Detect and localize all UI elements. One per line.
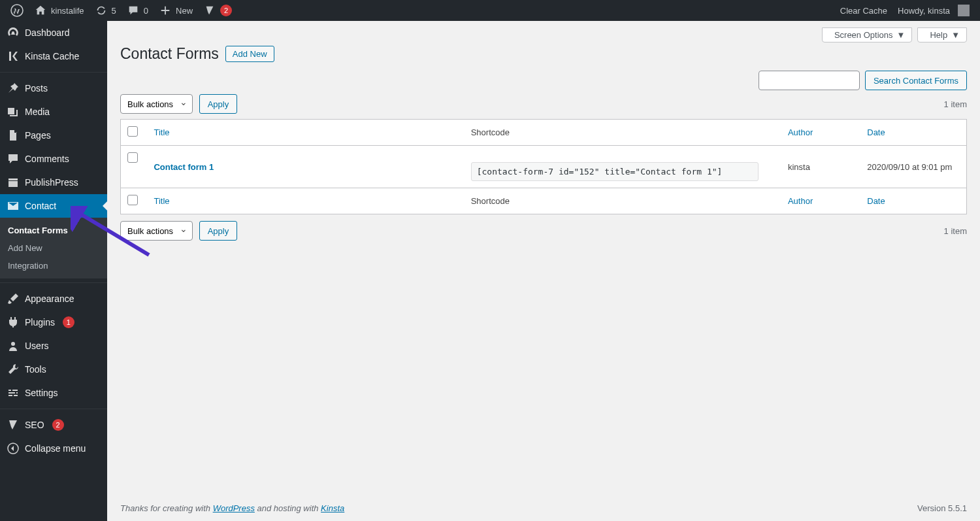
sidebar-posts[interactable]: Posts bbox=[0, 72, 107, 100]
sidebar-settings-label: Settings bbox=[25, 388, 58, 398]
sidebar-media-label: Media bbox=[25, 107, 50, 117]
page-icon bbox=[7, 129, 20, 142]
screen-options-label: Screen Options bbox=[834, 30, 893, 40]
wp-logo[interactable] bbox=[5, 0, 29, 21]
col-date-footer[interactable]: Date bbox=[867, 196, 885, 206]
help-button[interactable]: Help ▼ bbox=[917, 27, 967, 42]
search-input[interactable] bbox=[759, 71, 860, 90]
search-button[interactable]: Search Contact Forms bbox=[865, 71, 967, 90]
admin-sidebar: Dashboard Kinsta Cache Posts Media Pages… bbox=[0, 21, 107, 521]
add-new-button[interactable]: Add New bbox=[225, 46, 274, 62]
footer-wordpress-link[interactable]: WordPress bbox=[213, 503, 255, 513]
sidebar-dashboard[interactable]: Dashboard bbox=[0, 21, 107, 44]
row-date: 2020/09/10 at 9:01 pm bbox=[867, 162, 952, 172]
caret-down-icon: ▼ bbox=[951, 30, 960, 40]
calendar-icon bbox=[7, 176, 20, 189]
wordpress-icon bbox=[10, 4, 24, 17]
footer-kinsta-link[interactable]: Kinsta bbox=[321, 503, 344, 513]
sidebar-settings[interactable]: Settings bbox=[0, 381, 107, 405]
collapse-icon bbox=[7, 442, 20, 455]
sidebar-pages[interactable]: Pages bbox=[0, 124, 107, 147]
screen-options-button[interactable]: Screen Options ▼ bbox=[822, 27, 912, 42]
item-count-bottom: 1 item bbox=[944, 226, 967, 236]
comments-count: 0 bbox=[144, 6, 148, 16]
sidebar-pages-label: Pages bbox=[25, 130, 51, 141]
form-title-link[interactable]: Contact form 1 bbox=[154, 162, 214, 172]
col-title-footer[interactable]: Title bbox=[154, 196, 169, 206]
main-content: Screen Options ▼ Help ▼ Contact Forms Ad… bbox=[107, 21, 980, 521]
sidebar-dashboard-label: Dashboard bbox=[25, 27, 70, 38]
sidebar-sub-add-new[interactable]: Add New bbox=[0, 239, 107, 257]
pin-icon bbox=[7, 82, 20, 95]
yoast[interactable]: 2 bbox=[198, 0, 237, 21]
sidebar-seo[interactable]: SEO2 bbox=[0, 409, 107, 437]
sidebar-sub-contact-forms[interactable]: Contact Forms bbox=[0, 222, 107, 239]
sidebar-publishpress-label: PublishPress bbox=[25, 177, 78, 188]
sidebar-plugins-label: Plugins bbox=[25, 317, 55, 328]
sidebar-sub-integration[interactable]: Integration bbox=[0, 257, 107, 275]
sidebar-comments-label: Comments bbox=[25, 154, 69, 164]
yoast-icon bbox=[203, 4, 216, 17]
sidebar-comments[interactable]: Comments bbox=[0, 147, 107, 171]
media-icon bbox=[7, 105, 20, 118]
help-label: Help bbox=[930, 30, 947, 40]
apply-button-top[interactable]: Apply bbox=[199, 94, 238, 114]
clear-cache-label: Clear Cache bbox=[840, 6, 887, 16]
footer-text-pre: Thanks for creating with bbox=[120, 503, 213, 513]
sidebar-tools[interactable]: Tools bbox=[0, 358, 107, 381]
site-name[interactable]: kinstalife bbox=[29, 0, 90, 21]
col-author-footer[interactable]: Author bbox=[788, 196, 813, 206]
mail-icon bbox=[7, 199, 20, 212]
updates[interactable]: 5 bbox=[90, 0, 122, 21]
select-all-top[interactable] bbox=[127, 126, 138, 137]
new-content[interactable]: New bbox=[154, 0, 198, 21]
select-all-bottom[interactable] bbox=[127, 195, 138, 205]
comment-icon bbox=[127, 4, 140, 17]
col-shortcode-header: Shortcode bbox=[465, 120, 781, 146]
updates-count: 5 bbox=[112, 6, 116, 16]
sidebar-posts-label: Posts bbox=[25, 83, 48, 93]
comments[interactable]: 0 bbox=[122, 0, 154, 21]
col-author-header[interactable]: Author bbox=[788, 127, 813, 137]
sidebar-media[interactable]: Media bbox=[0, 100, 107, 124]
howdy-label: Howdy, kinsta bbox=[898, 6, 950, 16]
sidebar-collapse[interactable]: Collapse menu bbox=[0, 437, 107, 460]
bulk-actions-select-top[interactable]: Bulk actions bbox=[120, 94, 193, 114]
svg-point-1 bbox=[11, 342, 15, 346]
site-name-label: kinstalife bbox=[51, 6, 84, 16]
sidebar-seo-label: SEO bbox=[25, 420, 44, 430]
wrench-icon bbox=[7, 363, 20, 376]
sidebar-appearance[interactable]: Appearance bbox=[0, 282, 107, 311]
row-author: kinsta bbox=[788, 162, 810, 172]
home-icon bbox=[34, 4, 47, 17]
col-date-header[interactable]: Date bbox=[867, 127, 885, 137]
clear-cache[interactable]: Clear Cache bbox=[835, 0, 892, 21]
bulk-actions-select-bottom[interactable]: Bulk actions bbox=[120, 221, 193, 241]
sidebar-users[interactable]: Users bbox=[0, 334, 107, 358]
col-title-header[interactable]: Title bbox=[154, 127, 169, 137]
apply-button-bottom[interactable]: Apply bbox=[199, 221, 238, 241]
shortcode-field[interactable] bbox=[471, 162, 759, 181]
footer-version: Version 5.5.1 bbox=[917, 503, 967, 513]
brush-icon bbox=[7, 292, 20, 305]
admin-toolbar: kinstalife 5 0 New 2 Clear Cache Howdy, … bbox=[0, 0, 980, 21]
row-checkbox[interactable] bbox=[127, 152, 138, 163]
sidebar-plugins[interactable]: Plugins1 bbox=[0, 311, 107, 334]
seo-badge: 2 bbox=[52, 419, 64, 431]
sidebar-kinsta-cache[interactable]: Kinsta Cache bbox=[0, 44, 107, 68]
dashboard-icon bbox=[7, 26, 20, 39]
sidebar-tools-label: Tools bbox=[25, 364, 46, 375]
sliders-icon bbox=[7, 386, 20, 399]
sidebar-collapse-label: Collapse menu bbox=[25, 443, 86, 454]
kinsta-icon bbox=[7, 50, 20, 63]
sidebar-contact-submenu: Contact Forms Add New Integration bbox=[0, 218, 107, 278]
new-label: New bbox=[176, 6, 193, 16]
sidebar-contact[interactable]: Contact bbox=[0, 194, 107, 218]
sidebar-publishpress[interactable]: PublishPress bbox=[0, 171, 107, 194]
col-shortcode-footer: Shortcode bbox=[465, 188, 781, 214]
howdy-account[interactable]: Howdy, kinsta bbox=[892, 0, 975, 21]
user-icon bbox=[7, 339, 20, 352]
yoast-badge: 2 bbox=[220, 5, 232, 16]
comments-icon bbox=[7, 152, 20, 165]
avatar-icon bbox=[958, 5, 970, 16]
